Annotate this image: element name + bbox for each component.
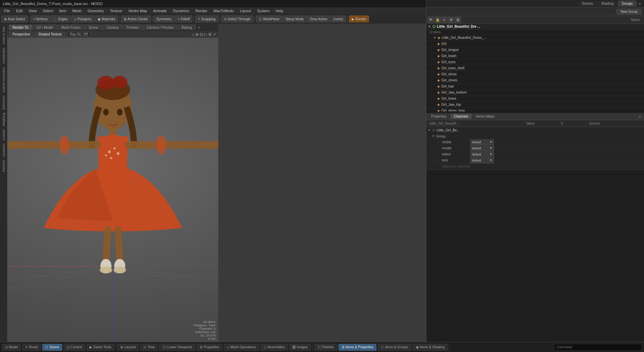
polygons-button[interactable]: ◇ Polygons [71,16,94,22]
prop-subgroup-header[interactable]: ▼ Group [430,133,644,139]
menu-select[interactable]: Select [40,8,56,14]
menu-view[interactable]: View [26,8,40,14]
status-properties-button[interactable]: ☰ Properties [197,344,222,351]
edges-button[interactable]: ⟋ Edges [51,16,70,22]
tab-groups[interactable]: Groups [618,1,637,6]
render-button[interactable]: ▶ Render [349,16,369,22]
status-mesh-operations-button[interactable]: ◇ Mesh Operations [224,344,259,351]
items-tb-columns[interactable]: ⊞ [455,17,461,23]
status-assemblies-button[interactable]: ⬡ Assemblies [261,344,288,351]
tab-add-button[interactable]: + [637,1,643,6]
list-item-11[interactable]: ◈ Girl_Jaw_top [426,102,644,108]
tab-add-button[interactable]: + [196,25,202,30]
tab-channels[interactable]: Channels [451,114,472,119]
menu-file[interactable]: File [1,8,13,14]
items-tb-filter[interactable]: ≡ [441,17,447,23]
sidebar-item-ik[interactable]: Inverse Kinematics [1,66,6,94]
prop-visible-dropdown[interactable]: default ▼ [470,140,494,145]
items-tb-gear[interactable]: ⚙ [448,17,454,23]
menu-texture[interactable]: Texture [107,8,125,14]
items-tb-lock[interactable]: 🔒 [435,17,441,23]
setup-mode-button[interactable]: Setup Mode [283,16,306,22]
vertices-button[interactable]: • Vertices [31,16,50,22]
none-button[interactable]: (none) [331,16,346,22]
list-item-12[interactable]: ◈ Girl_dress_bow [426,108,644,111]
menu-system[interactable]: System [254,8,272,14]
materials-button[interactable]: ◉ Materials [95,16,118,22]
props-add-button[interactable]: + [637,114,643,119]
sidebar-item-particles[interactable]: Particles [1,159,6,173]
workplane-button[interactable]: ⬡ WorkPlane [256,16,282,22]
list-item-4[interactable]: ◈ Girl_eyes [426,59,644,65]
tab-properties[interactable]: Properties [428,114,450,119]
prop-select-dropdown[interactable]: default ▼ [470,152,494,157]
menu-vertexmap[interactable]: Vertex Map [126,8,150,14]
sidebar-item-coordinates[interactable]: Coordinates [1,46,6,66]
prop-row-add-channel[interactable]: (add user channel) [430,164,644,170]
list-item-7[interactable]: ◈ Girl_shoes [426,77,644,83]
command-input[interactable] [554,344,642,351]
status-palettes-button[interactable]: ⬛ Palettes [314,344,337,351]
status-layouts-button[interactable]: ⊞ Layouts [117,344,139,351]
shaded-texture-button[interactable]: Shaded Texture [35,32,65,37]
auto-select-button[interactable]: ⊕ Auto Select [1,16,28,22]
vp-icon-render[interactable]: ▷ [204,32,207,37]
status-model-button[interactable]: ⊡ Model [2,344,21,351]
symmetry-button[interactable]: Symmetry [154,16,174,22]
menu-animate[interactable]: Animate [150,8,169,14]
new-group-button[interactable]: New Group [617,9,641,15]
menu-mesh[interactable]: Mesh [70,8,84,14]
menu-geometry[interactable]: Geometry [85,8,106,14]
prop-lock-dropdown[interactable]: default ▼ [470,158,494,163]
status-items-shading-button[interactable]: ◉ Items & Shading [413,344,448,351]
tab-scene[interactable]: Scene [85,25,102,30]
list-item-6[interactable]: ◈ Girl_dress [426,71,644,77]
prop-group-root-header[interactable]: ▼ ⬡ Little_Girl_Be... [426,127,644,133]
menu-layout[interactable]: Layout [237,8,254,14]
list-item-0[interactable]: ▼ ◈ Little_Girl_Beautiful_Dress_... [426,35,644,41]
list-item-9[interactable]: ◈ Girl_Jaw_bottom [426,90,644,96]
status-time-button[interactable]: ◷ Time [140,344,158,351]
action-center-button[interactable]: ⊞ Action Center [121,16,151,22]
status-scene-button[interactable]: ⬡ Scene [42,344,62,351]
menu-item[interactable]: Item [56,8,69,14]
list-item-5[interactable]: ◈ Girl_eyes_shell [426,65,644,71]
list-item-1[interactable]: ◈ Girl [426,41,644,47]
vp-icon-home[interactable]: ⌂ [192,32,194,37]
menu-edit[interactable]: Edit [14,8,25,14]
menu-dynamics[interactable]: Dynamics [170,8,192,14]
status-brush-button[interactable]: ✏ Brush [22,344,41,351]
list-item-8[interactable]: ◈ Girl_hair [426,83,644,90]
tab-render-tri[interactable]: Render Tri [9,25,32,30]
sidebar-item-controls[interactable]: Controls [1,128,6,142]
status-lower-viewports-button[interactable]: ⬛ Lower Viewports [159,344,195,351]
menu-maxtomodo[interactable]: MaxToModo [211,8,237,14]
items-list[interactable]: ▼ ⬡ Little_Girl_Beautiful_Dre ... 13 Ite… [426,24,644,111]
perspective-button[interactable]: Perspective [9,32,33,37]
status-items-properties-button[interactable]: ☰ Items & Properties [339,344,376,351]
tab-scenes[interactable]: Scenes [578,1,597,6]
vp-icon-fit[interactable]: ⊡ [200,32,203,37]
tab-preview[interactable]: Preview [123,25,142,30]
select-through-button[interactable]: ⊙ Select Through [221,16,253,22]
tab-vertex-maps[interactable]: Vertex Maps [472,114,498,119]
status-images-button[interactable]: 🖼 Images [289,344,311,351]
tab-mesh-fusion[interactable]: Mesh Fusion [57,25,84,30]
vp-icon-settings[interactable]: ⚙ [208,32,212,37]
tab-camera-preview[interactable]: Camera / Preview [143,25,177,30]
prop-render-dropdown[interactable]: default ▼ [470,146,494,151]
tab-camera[interactable]: Camera [103,25,122,30]
sidebar-item-dynamics[interactable]: Dynamics [1,142,6,158]
tab-baking[interactable]: Baking [178,25,196,30]
list-item-3[interactable]: ◈ Girl_leash [426,53,644,59]
list-item-10[interactable]: ◈ Girl_bows [426,96,644,102]
menu-render[interactable]: Render [193,8,210,14]
main-viewport[interactable]: X Y Z No Items Polygons : Face Channels:… [7,38,218,342]
falloff-button[interactable]: ≈ Falloff [175,16,193,22]
items-tb-eye[interactable]: 👁 [428,17,434,23]
sidebar-item-weighting[interactable]: Weighting [1,111,6,128]
ray-gl-button[interactable]: Ray GL: Off [67,32,91,37]
snapping-button[interactable]: ⌖ Snapping [195,16,218,22]
sidebar-item-active-sets[interactable]: Active & Sets [1,25,6,46]
status-context-button[interactable]: ◫ Context [64,344,85,351]
